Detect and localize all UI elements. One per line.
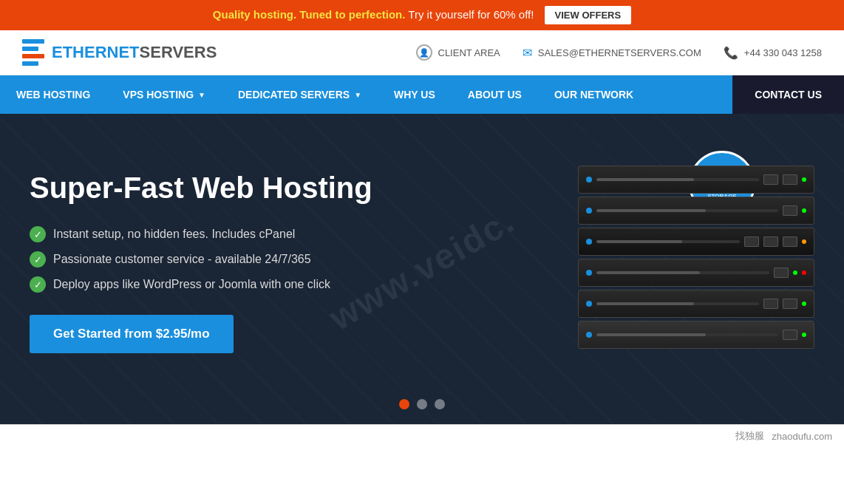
banner-try-text: Try it yourself for 60% off!	[408, 8, 534, 21]
checkmark-icon: ✓	[30, 226, 46, 242]
carousel-dot-3[interactable]	[435, 399, 445, 409]
logo-text: ETHERNETSERVERS	[52, 43, 217, 62]
logo-bold: ETHERNET	[52, 43, 140, 61]
carousel-dot-1[interactable]	[399, 399, 409, 409]
hero-section: www.veidc. Super-Fast Web Hosting ✓ Inst…	[0, 114, 844, 424]
hero-image: 100 PERCENT SSD STORAGE	[578, 166, 814, 358]
view-offers-button[interactable]: VIEW OFFERS	[545, 6, 632, 24]
logo[interactable]: ETHERNETSERVERS	[22, 39, 217, 66]
server-unit	[578, 259, 814, 287]
top-banner: Quality hosting. Tuned to perfection. Tr…	[0, 0, 844, 30]
user-icon: 👤	[416, 44, 432, 61]
client-area-item[interactable]: 👤 CLIENT AREA	[416, 44, 500, 61]
carousel-dots	[399, 399, 445, 409]
nav-item-our-network[interactable]: OUR NETWORK	[538, 75, 650, 114]
server-unit	[578, 228, 814, 256]
feature-item: ✓ Deploy apps like WordPress or Joomla w…	[30, 276, 372, 293]
get-started-button[interactable]: Get Started from $2.95/mo	[30, 315, 234, 353]
client-area-label: CLIENT AREA	[438, 47, 500, 58]
header-right: 👤 CLIENT AREA ✉ SALES@ETHERNETSERVERS.CO…	[416, 44, 823, 61]
checkmark-icon: ✓	[30, 276, 46, 293]
main-nav: WEB HOSTING VPS HOSTING ▼ DEDICATED SERV…	[0, 75, 844, 114]
server-rack-image	[578, 166, 814, 358]
dropdown-arrow-icon: ▼	[354, 91, 361, 99]
phone-icon: 📞	[724, 46, 738, 60]
hero-content: Super-Fast Web Hosting ✓ Instant setup, …	[30, 170, 372, 353]
hero-title: Super-Fast Web Hosting	[30, 170, 372, 205]
hero-features-list: ✓ Instant setup, no hidden fees. Include…	[30, 226, 372, 293]
checkmark-icon: ✓	[30, 251, 46, 268]
banner-quality-text: Quality hosting. Tuned to perfection.	[213, 8, 406, 21]
logo-light: SERVERS	[140, 43, 217, 61]
nav-item-contact-us[interactable]: CONTACT US	[732, 75, 844, 114]
nav-item-vps-hosting[interactable]: VPS HOSTING ▼	[106, 75, 222, 114]
email-item[interactable]: ✉ SALES@ETHERNETSERVERS.COM	[523, 46, 701, 60]
nav-item-about-us[interactable]: ABOUT US	[452, 75, 538, 114]
server-unit	[578, 290, 814, 318]
dropdown-arrow-icon: ▼	[198, 91, 205, 99]
feature-item: ✓ Passionate customer service - availabl…	[30, 251, 372, 268]
email-label: SALES@ETHERNETSERVERS.COM	[538, 47, 701, 58]
server-unit	[578, 321, 814, 349]
phone-label: +44 330 043 1258	[744, 47, 822, 58]
carousel-dot-2[interactable]	[417, 399, 427, 409]
nav-item-web-hosting[interactable]: WEB HOSTING	[0, 75, 106, 114]
phone-item[interactable]: 📞 +44 330 043 1258	[724, 46, 822, 60]
server-unit	[578, 166, 814, 194]
mail-icon: ✉	[523, 46, 532, 60]
bottom-watermark-text1: 找独服	[735, 429, 764, 443]
bottom-watermark-text2: zhaodufu.com	[772, 431, 832, 442]
bottom-watermark-bar: 找独服 zhaodufu.com	[0, 424, 844, 447]
feature-item: ✓ Instant setup, no hidden fees. Include…	[30, 226, 372, 242]
server-unit	[578, 197, 814, 225]
nav-item-dedicated-servers[interactable]: DEDICATED SERVERS ▼	[222, 75, 378, 114]
header: ETHERNETSERVERS 👤 CLIENT AREA ✉ SALES@ET…	[0, 30, 844, 75]
nav-item-why-us[interactable]: WHY US	[378, 75, 452, 114]
logo-icon	[22, 39, 44, 66]
